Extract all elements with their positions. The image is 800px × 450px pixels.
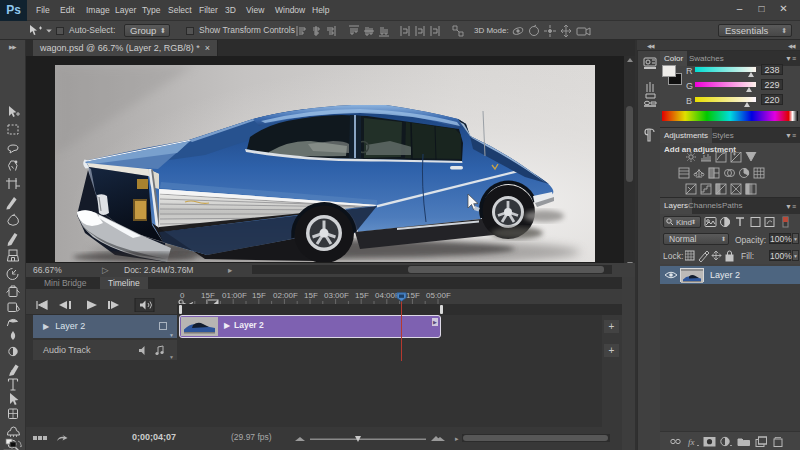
svg-text:fx: fx [688, 437, 695, 447]
